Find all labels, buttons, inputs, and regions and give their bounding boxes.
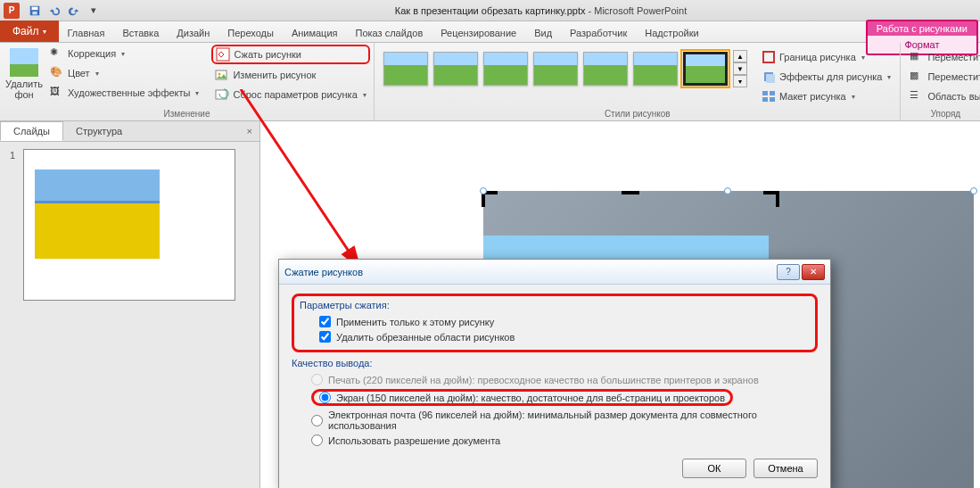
apply-only-label: Применить только к этому рисунку [336,317,494,327]
tab-addins[interactable]: Надстройки [636,24,707,42]
style-thumb[interactable] [583,52,628,86]
color-button[interactable]: 🎨 Цвет [46,64,202,82]
svg-point-7 [218,73,221,76]
quality-email-row[interactable]: Электронная почта (96 пикселей на дюйм):… [292,408,818,433]
delete-cropped-checkbox[interactable] [319,331,331,343]
svg-rect-15 [770,97,775,102]
tab-slides[interactable]: Слайды [0,121,63,141]
svg-rect-11 [766,74,775,83]
app-icon: P [4,3,20,19]
svg-rect-12 [762,91,768,95]
style-thumb[interactable] [533,52,578,86]
document-filename: Как в презентации обрезать картинку.pptx [395,5,586,16]
send-backward-icon: ▩ [910,70,924,84]
quality-screen-radio[interactable] [319,392,331,403]
bring-forward-icon: ▦ [910,50,924,64]
title-bar: P ▾ Как в презентации обрезать картинку.… [0,0,980,21]
qat-more-icon[interactable]: ▾ [86,3,102,19]
group-adjust: Удалить фон ✺ Коррекция 🎨 Цвет 🖼 Художес… [0,43,375,120]
tab-file[interactable]: Файл [0,21,59,42]
dialog-title: Сжатие рисунков [284,267,363,277]
remove-bg-icon [10,48,38,77]
selection-pane-button[interactable]: ☰ Область выдел [906,87,980,105]
corrections-icon: ✺ [50,46,64,61]
artistic-effects-button[interactable]: 🖼 Художественные эффекты [46,84,202,102]
style-thumb[interactable] [483,52,528,86]
slide-number: 1 [10,150,15,161]
effects-icon [762,70,776,84]
slides-list[interactable]: 1 [0,142,259,488]
reset-picture-button[interactable]: Сброс параметров рисунка [211,86,369,103]
save-icon[interactable] [27,3,43,19]
gallery-scroll[interactable]: ▲ ▼ ▾ [733,50,747,87]
tab-insert[interactable]: Вставка [113,24,168,42]
redo-icon[interactable] [66,3,82,19]
params-label: Параметры сжатия: [300,300,810,310]
style-thumb[interactable] [433,52,478,86]
style-thumb[interactable] [633,52,678,86]
apply-only-checkbox-row[interactable]: Применить только к этому рисунку [300,314,810,329]
tab-slideshow[interactable]: Показ слайдов [347,24,432,42]
ok-button[interactable]: ОК [682,459,746,478]
close-panel-icon[interactable]: × [240,126,259,136]
tab-design[interactable]: Дизайн [168,24,218,42]
tab-view[interactable]: Вид [525,24,561,42]
cancel-button[interactable]: Отмена [754,459,818,478]
svg-rect-9 [763,52,774,62]
selection-handle[interactable] [480,187,487,194]
dialog-help-button[interactable]: ? [777,264,800,280]
send-backward-button[interactable]: ▩ Переместить на [906,68,980,86]
group-adjust-label: Изменение [5,107,368,120]
selection-handle[interactable] [724,187,731,194]
gallery-down-icon[interactable]: ▼ [733,62,747,75]
artistic-icon: 🖼 [50,86,64,100]
quality-print-radio [311,374,323,385]
group-styles-label: Стили рисунков [380,107,894,120]
picture-effects-button[interactable]: Эффекты для рисунка [758,68,894,86]
corrections-button[interactable]: ✺ Коррекция [46,45,202,62]
app-name: Microsoft PowerPoint [594,5,687,16]
selection-handle[interactable] [970,187,977,194]
remove-background-button[interactable]: Удалить фон [5,45,43,107]
quality-print-label: Печать (220 пикселей на дюйм): превосход… [328,375,759,385]
picture-style-gallery[interactable]: ▲ ▼ ▾ [380,45,751,87]
gallery-up-icon[interactable]: ▲ [733,50,747,62]
change-picture-icon [215,68,229,82]
svg-rect-14 [762,97,768,102]
style-thumb[interactable] [383,52,428,86]
apply-only-checkbox[interactable] [319,316,331,327]
compress-pictures-button[interactable]: Сжать рисунки [211,45,369,64]
bring-forward-button[interactable]: ▦ Переместить вп [906,48,980,66]
compress-icon [216,47,230,62]
delete-cropped-checkbox-row[interactable]: Удалить обрезанные области рисунков [300,329,810,344]
slide-thumbnail[interactable]: 1 [23,149,235,301]
dialog-close-button[interactable]: ✕ [802,264,825,280]
svg-rect-2 [32,11,37,14]
group-arrange-label: Упоряд [906,107,980,120]
gallery-more-icon[interactable]: ▾ [733,75,747,87]
picture-border-button[interactable]: Граница рисунка [758,48,894,66]
tab-transitions[interactable]: Переходы [218,24,283,42]
quality-document-row[interactable]: Использовать разрешение документа [292,433,818,448]
tab-outline[interactable]: Структура [63,122,135,140]
quality-email-radio[interactable] [311,415,323,426]
quick-access-toolbar: ▾ [27,3,102,19]
compress-pictures-dialog: Сжатие рисунков ? ✕ Параметры сжатия: Пр… [278,259,831,488]
tab-review[interactable]: Рецензирование [432,24,525,42]
picture-layout-button[interactable]: Макет рисунка [758,87,894,105]
quality-screen-row[interactable]: Экран (150 пикселей на дюйм): качество, … [292,387,818,408]
tab-animations[interactable]: Анимация [283,24,347,42]
dialog-titlebar[interactable]: Сжатие рисунков ? ✕ [279,260,830,285]
quality-screen-label: Экран (150 пикселей на дюйм): качество, … [336,393,725,403]
change-picture-button[interactable]: Изменить рисунок [211,66,369,84]
tab-home[interactable]: Главная [59,24,114,42]
undo-icon[interactable] [46,3,62,19]
selection-pane-icon: ☰ [910,89,924,103]
group-picture-styles: ▲ ▼ ▾ Граница рисунка Эффекты для рисунк [375,43,901,120]
slides-panel: Слайды Структура × 1 [0,121,260,488]
style-thumb-selected[interactable] [683,52,728,86]
quality-document-radio[interactable] [311,434,323,446]
tab-developer[interactable]: Разработчик [561,24,636,42]
layout-icon [762,89,776,103]
compression-options-group: Параметры сжатия: Применить только к это… [292,294,818,352]
